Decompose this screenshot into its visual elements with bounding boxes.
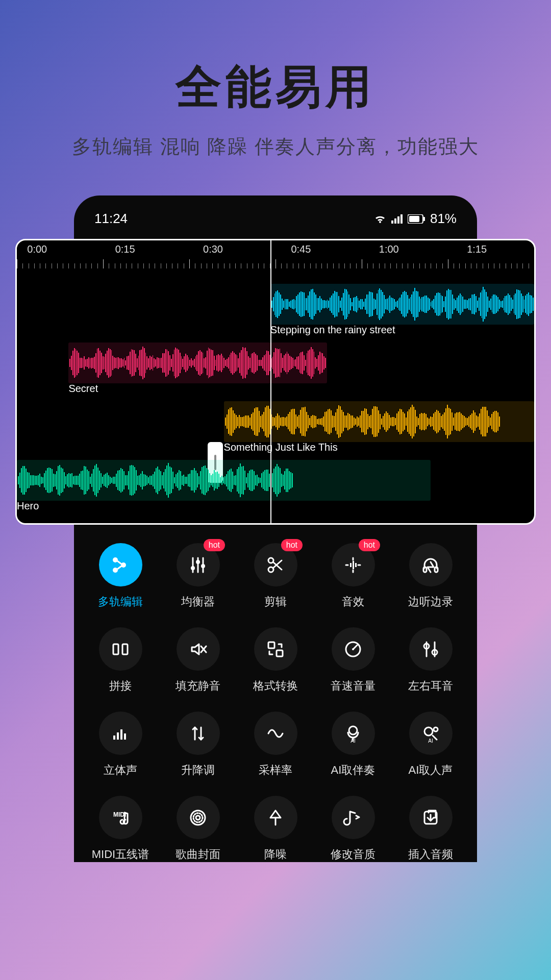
tool-pitch[interactable]: 升降调 [162, 712, 234, 778]
tool-convert[interactable]: 格式转换 [239, 627, 312, 694]
ruler-label: 0:15 [115, 243, 135, 255]
midi-icon: MIDI [99, 796, 142, 839]
svg-rect-28 [113, 736, 115, 740]
tool-label: 格式转换 [239, 678, 312, 694]
phone-frame: 11:24 81% 0:000:150:300:451:001:15 Stepp… [74, 195, 477, 862]
ai-mic-icon: AI [332, 712, 375, 755]
tool-label: 左右耳音 [394, 678, 467, 694]
svg-point-12 [201, 564, 205, 568]
tool-splice[interactable]: 拼接 [84, 627, 157, 694]
convert-icon [254, 627, 297, 671]
tool-label: 拼接 [84, 678, 157, 694]
svg-rect-29 [117, 732, 119, 740]
tool-label: AI取伴奏 [317, 763, 389, 778]
svg-rect-30 [120, 729, 122, 740]
tool-quality[interactable]: 修改音质 [317, 796, 389, 862]
svg-rect-17 [355, 563, 357, 567]
ruler-label: 0:45 [291, 243, 311, 255]
tool-denoise[interactable]: 降噪 [239, 796, 312, 862]
svg-rect-5 [409, 216, 419, 222]
audio-track[interactable]: Hero [17, 460, 431, 501]
tool-label: 填充静音 [162, 678, 234, 694]
svg-rect-16 [353, 561, 354, 569]
svg-point-39 [196, 816, 200, 820]
tool-label: AI取人声 [394, 763, 467, 778]
battery-icon [408, 214, 425, 224]
svg-rect-3 [400, 214, 403, 224]
tool-equalizer[interactable]: hot均衡器 [162, 543, 234, 609]
svg-rect-19 [435, 567, 438, 572]
timeline-ruler[interactable]: 0:000:150:300:451:001:15 [17, 240, 534, 268]
quality-icon [332, 796, 375, 839]
wifi-icon [374, 214, 386, 224]
tool-disc[interactable]: 歌曲封面 [162, 796, 234, 862]
ruler-label: 1:00 [379, 243, 399, 255]
svg-rect-23 [277, 650, 283, 656]
tool-label: 音速音量 [317, 678, 389, 694]
track-label: Stepping on the rainy street [270, 324, 395, 336]
svg-rect-20 [113, 644, 118, 654]
tool-ai-mic[interactable]: AIAI取伴奏 [317, 712, 389, 778]
tool-gauge[interactable]: 音速音量 [317, 627, 389, 694]
stereo-slider-icon [409, 627, 453, 671]
bars-icon [99, 712, 142, 755]
status-battery: 81% [430, 211, 457, 227]
tool-label: 剪辑 [239, 594, 312, 609]
tool-bars[interactable]: 立体声 [84, 712, 157, 778]
ruler-label: 0:00 [27, 243, 47, 255]
tool-stereo-slider[interactable]: 左右耳音 [394, 627, 467, 694]
gauge-icon [332, 627, 375, 671]
svg-rect-2 [397, 216, 399, 224]
tool-sample[interactable]: 采样率 [239, 712, 312, 778]
status-time: 11:24 [94, 211, 128, 227]
svg-point-35 [434, 727, 438, 731]
hot-badge: hot [281, 539, 303, 551]
track-label: Hero [17, 500, 39, 512]
svg-text:AI: AI [350, 738, 355, 744]
tool-scissors[interactable]: hot剪辑 [239, 543, 312, 609]
svg-rect-0 [391, 220, 393, 224]
track-label: Something Just Like This [224, 442, 338, 453]
tool-ai-voice[interactable]: AIAI取人声 [394, 712, 467, 778]
svg-point-34 [424, 727, 433, 736]
tool-label: MIDI五线谱 [84, 847, 157, 862]
ruler-label: 0:30 [203, 243, 223, 255]
tool-label: 采样率 [239, 763, 312, 778]
svg-text:AI: AI [428, 738, 433, 744]
tool-headphones[interactable]: 边听边录 [394, 543, 467, 609]
tool-insert[interactable]: 插入音频 [394, 796, 467, 862]
svg-rect-6 [423, 217, 425, 221]
insert-icon [409, 796, 453, 839]
hot-badge: hot [204, 539, 225, 551]
svg-rect-21 [122, 644, 128, 654]
multitrack-icon [99, 543, 142, 586]
timeline-panel[interactable]: 0:000:150:300:451:001:15 Stepping on the… [15, 239, 536, 525]
svg-point-32 [349, 726, 357, 734]
denoise-icon [254, 796, 297, 839]
tool-soundfx[interactable]: hot音效 [317, 543, 389, 609]
hero-subtitle: 多轨编辑 混响 降躁 伴奏人声分离，功能强大 [0, 134, 551, 160]
svg-point-25 [352, 648, 354, 650]
signal-icon [391, 214, 403, 224]
tool-label: 修改音质 [317, 847, 389, 862]
ruler-label: 1:15 [467, 243, 487, 255]
tool-label: 边听边录 [394, 594, 467, 609]
tool-label: 插入音频 [394, 847, 467, 862]
tool-mute[interactable]: 填充静音 [162, 627, 234, 694]
audio-track[interactable]: Secret [68, 342, 327, 383]
status-bar: 11:24 81% [74, 211, 477, 239]
tools-panel: 多轨编辑hot均衡器hot剪辑hot音效边听边录拼接填充静音格式转换音速音量左右… [74, 528, 477, 862]
svg-point-10 [191, 566, 195, 570]
hero-title: 全能易用 [0, 56, 551, 118]
tool-multitrack[interactable]: 多轨编辑 [84, 543, 157, 609]
mute-icon [177, 627, 220, 671]
tool-label: 音效 [317, 594, 389, 609]
splice-icon [99, 627, 142, 671]
tool-midi[interactable]: MIDIMIDI五线谱 [84, 796, 157, 862]
svg-point-40 [193, 813, 203, 822]
tool-label: 多轨编辑 [84, 594, 157, 609]
svg-point-11 [196, 560, 200, 564]
audio-track[interactable]: Stepping on the rainy street [270, 284, 534, 325]
playhead[interactable] [270, 240, 271, 523]
sample-icon [254, 712, 297, 755]
